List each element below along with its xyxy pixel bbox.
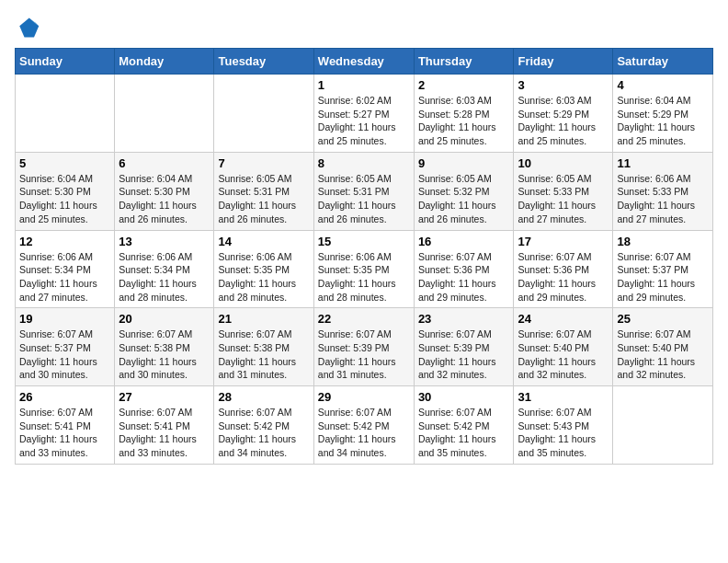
calendar-cell: 29Sunrise: 6:07 AM Sunset: 5:42 PM Dayli…: [313, 386, 414, 465]
day-info: Sunrise: 6:06 AM Sunset: 5:34 PM Dayligh…: [19, 250, 110, 304]
calendar-cell: 4Sunrise: 6:04 AM Sunset: 5:29 PM Daylig…: [613, 75, 713, 153]
day-info: Sunrise: 6:02 AM Sunset: 5:27 PM Dayligh…: [318, 94, 410, 148]
calendar-cell: 16Sunrise: 6:07 AM Sunset: 5:36 PM Dayli…: [414, 230, 514, 308]
calendar-cell: 21Sunrise: 6:07 AM Sunset: 5:38 PM Dayli…: [214, 308, 313, 386]
calendar-cell: 28Sunrise: 6:07 AM Sunset: 5:42 PM Dayli…: [214, 386, 313, 465]
day-number: 14: [218, 235, 309, 248]
logo: [15, 15, 44, 40]
day-number: 7: [218, 156, 309, 170]
calendar-cell: 25Sunrise: 6:07 AM Sunset: 5:40 PM Dayli…: [613, 308, 713, 386]
day-info: Sunrise: 6:07 AM Sunset: 5:42 PM Dayligh…: [418, 406, 510, 460]
day-info: Sunrise: 6:07 AM Sunset: 5:39 PM Dayligh…: [318, 327, 410, 382]
day-number: 17: [518, 235, 609, 248]
day-info: Sunrise: 6:04 AM Sunset: 5:30 PM Dayligh…: [119, 172, 210, 226]
day-number: 21: [218, 312, 309, 326]
day-number: 15: [318, 235, 410, 248]
day-header-saturday: Saturday: [613, 49, 713, 75]
day-number: 3: [518, 78, 609, 92]
calendar-cell: 2Sunrise: 6:03 AM Sunset: 5:28 PM Daylig…: [414, 75, 514, 153]
day-number: 10: [518, 156, 609, 170]
calendar-cell: 18Sunrise: 6:07 AM Sunset: 5:37 PM Dayli…: [613, 230, 713, 308]
day-info: Sunrise: 6:03 AM Sunset: 5:29 PM Dayligh…: [518, 94, 609, 148]
day-info: Sunrise: 6:07 AM Sunset: 5:42 PM Dayligh…: [218, 406, 309, 460]
day-number: 1: [318, 78, 410, 92]
day-number: 30: [418, 390, 510, 404]
day-number: 12: [19, 235, 110, 248]
day-number: 4: [617, 78, 709, 92]
day-header-sunday: Sunday: [16, 49, 115, 75]
day-number: 16: [418, 235, 510, 248]
page-header: [15, 15, 713, 40]
day-info: Sunrise: 6:07 AM Sunset: 5:41 PM Dayligh…: [19, 406, 110, 460]
calendar-cell: 9Sunrise: 6:05 AM Sunset: 5:32 PM Daylig…: [414, 152, 514, 230]
calendar-cell: 3Sunrise: 6:03 AM Sunset: 5:29 PM Daylig…: [514, 75, 613, 153]
day-header-thursday: Thursday: [414, 49, 514, 75]
day-info: Sunrise: 6:06 AM Sunset: 5:34 PM Dayligh…: [119, 250, 210, 304]
day-header-wednesday: Wednesday: [313, 49, 414, 75]
day-number: 25: [617, 312, 709, 326]
day-number: 13: [119, 235, 210, 248]
day-info: Sunrise: 6:06 AM Sunset: 5:35 PM Dayligh…: [218, 250, 309, 304]
day-number: 22: [318, 312, 410, 326]
calendar-cell: 20Sunrise: 6:07 AM Sunset: 5:38 PM Dayli…: [115, 308, 214, 386]
day-number: 8: [318, 156, 410, 170]
day-info: Sunrise: 6:07 AM Sunset: 5:36 PM Dayligh…: [518, 250, 609, 304]
calendar-cell: 1Sunrise: 6:02 AM Sunset: 5:27 PM Daylig…: [313, 75, 414, 153]
day-header-tuesday: Tuesday: [214, 49, 313, 75]
day-number: 29: [318, 390, 410, 404]
day-number: 6: [119, 156, 210, 170]
calendar-cell: 7Sunrise: 6:05 AM Sunset: 5:31 PM Daylig…: [214, 152, 313, 230]
day-number: 5: [19, 156, 110, 170]
calendar-cell: [16, 75, 115, 153]
day-number: 9: [418, 156, 510, 170]
day-number: 19: [19, 312, 110, 326]
week-row-2: 5Sunrise: 6:04 AM Sunset: 5:30 PM Daylig…: [16, 152, 713, 230]
calendar-cell: [214, 75, 313, 153]
calendar-cell: 30Sunrise: 6:07 AM Sunset: 5:42 PM Dayli…: [414, 386, 514, 465]
calendar-cell: 19Sunrise: 6:07 AM Sunset: 5:37 PM Dayli…: [16, 308, 115, 386]
calendar-cell: [613, 386, 713, 465]
calendar-cell: 23Sunrise: 6:07 AM Sunset: 5:39 PM Dayli…: [414, 308, 514, 386]
calendar-cell: 22Sunrise: 6:07 AM Sunset: 5:39 PM Dayli…: [313, 308, 414, 386]
logo-icon: [15, 15, 40, 40]
day-number: 18: [617, 235, 709, 248]
calendar-cell: 5Sunrise: 6:04 AM Sunset: 5:30 PM Daylig…: [16, 152, 115, 230]
calendar-cell: 15Sunrise: 6:06 AM Sunset: 5:35 PM Dayli…: [313, 230, 414, 308]
day-number: 23: [418, 312, 510, 326]
calendar-cell: 26Sunrise: 6:07 AM Sunset: 5:41 PM Dayli…: [16, 386, 115, 465]
day-number: 31: [518, 390, 609, 404]
day-info: Sunrise: 6:07 AM Sunset: 5:42 PM Dayligh…: [318, 406, 410, 460]
day-info: Sunrise: 6:07 AM Sunset: 5:41 PM Dayligh…: [119, 406, 210, 460]
calendar-cell: 10Sunrise: 6:05 AM Sunset: 5:33 PM Dayli…: [514, 152, 613, 230]
day-info: Sunrise: 6:07 AM Sunset: 5:38 PM Dayligh…: [218, 327, 309, 382]
week-row-4: 19Sunrise: 6:07 AM Sunset: 5:37 PM Dayli…: [16, 308, 713, 386]
calendar-cell: 17Sunrise: 6:07 AM Sunset: 5:36 PM Dayli…: [514, 230, 613, 308]
day-info: Sunrise: 6:04 AM Sunset: 5:29 PM Dayligh…: [617, 94, 709, 148]
day-number: 2: [418, 78, 510, 92]
day-number: 27: [119, 390, 210, 404]
calendar-cell: 13Sunrise: 6:06 AM Sunset: 5:34 PM Dayli…: [115, 230, 214, 308]
calendar-cell: 14Sunrise: 6:06 AM Sunset: 5:35 PM Dayli…: [214, 230, 313, 308]
day-number: 20: [119, 312, 210, 326]
day-number: 26: [19, 390, 110, 404]
day-info: Sunrise: 6:05 AM Sunset: 5:33 PM Dayligh…: [518, 172, 609, 226]
day-info: Sunrise: 6:04 AM Sunset: 5:30 PM Dayligh…: [19, 172, 110, 226]
day-info: Sunrise: 6:07 AM Sunset: 5:37 PM Dayligh…: [617, 250, 709, 304]
day-number: 28: [218, 390, 309, 404]
day-info: Sunrise: 6:05 AM Sunset: 5:31 PM Dayligh…: [318, 172, 410, 226]
calendar-cell: 8Sunrise: 6:05 AM Sunset: 5:31 PM Daylig…: [313, 152, 414, 230]
week-row-5: 26Sunrise: 6:07 AM Sunset: 5:41 PM Dayli…: [16, 386, 713, 465]
day-header-monday: Monday: [115, 49, 214, 75]
day-info: Sunrise: 6:07 AM Sunset: 5:40 PM Dayligh…: [518, 327, 609, 382]
day-info: Sunrise: 6:05 AM Sunset: 5:31 PM Dayligh…: [218, 172, 309, 226]
calendar-cell: 11Sunrise: 6:06 AM Sunset: 5:33 PM Dayli…: [613, 152, 713, 230]
day-info: Sunrise: 6:06 AM Sunset: 5:33 PM Dayligh…: [617, 172, 709, 226]
calendar-cell: 27Sunrise: 6:07 AM Sunset: 5:41 PM Dayli…: [115, 386, 214, 465]
day-info: Sunrise: 6:06 AM Sunset: 5:35 PM Dayligh…: [318, 250, 410, 304]
calendar-table: SundayMondayTuesdayWednesdayThursdayFrid…: [15, 48, 713, 465]
day-number: 11: [617, 156, 709, 170]
day-info: Sunrise: 6:03 AM Sunset: 5:28 PM Dayligh…: [418, 94, 510, 148]
day-number: 24: [518, 312, 609, 326]
day-info: Sunrise: 6:05 AM Sunset: 5:32 PM Dayligh…: [418, 172, 510, 226]
calendar-cell: 12Sunrise: 6:06 AM Sunset: 5:34 PM Dayli…: [16, 230, 115, 308]
